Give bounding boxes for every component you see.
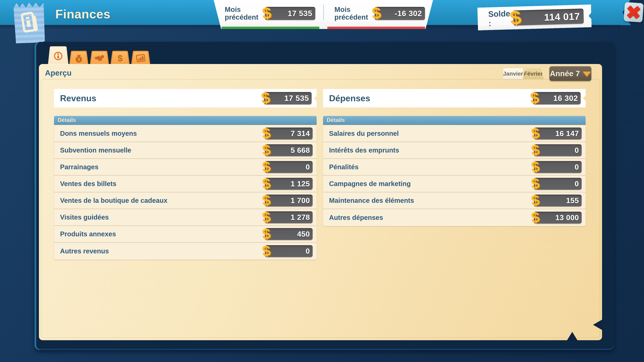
previous-month-income-label: Mois précédent [225, 6, 265, 21]
income-underline [222, 27, 319, 29]
table-row: Visites guidées $1 278 [54, 209, 317, 226]
previous-month-income-pill: $ 17 535 [265, 7, 315, 20]
income-title: Revenus [54, 93, 96, 103]
row-label: Campagnes de marketing [323, 180, 411, 188]
resize-corner-arrow-left-icon[interactable] [593, 320, 602, 330]
resize-corner-arrow-up-icon[interactable] [567, 332, 578, 341]
tab-overview[interactable] [48, 46, 68, 65]
row-value: 1 125 [291, 180, 312, 188]
dollar-icon: $ [262, 243, 271, 259]
tab-pricing-face: $ [112, 52, 129, 64]
income-rows: Dons mensuels moyens $7 314 Subvention m… [54, 125, 317, 260]
row-label: Subvention mensuelle [54, 146, 131, 154]
row-pill: $0 [534, 144, 582, 156]
dollar-icon: $ [262, 192, 271, 208]
month-button-fevrier[interactable]: Février [523, 68, 544, 79]
row-pill: $7 314 [265, 128, 312, 139]
table-row: Autres revenus $0 [54, 243, 317, 260]
row-label: Maintenance des éléments [323, 197, 414, 204]
dollar-icon: $ [531, 125, 540, 141]
row-pill: $1 278 [265, 211, 312, 223]
dollar-icon: $ [115, 53, 125, 63]
dollar-icon: $ [262, 209, 271, 225]
table-row: Ventes des billets $1 125 [54, 176, 317, 192]
previous-month-banner: Mois précédent $ 17 535 Mois précédent $… [214, 0, 433, 29]
close-icon [627, 6, 640, 19]
table-row: Dons mensuels moyens $7 314 [54, 125, 317, 142]
tab-partnerships-face [91, 52, 108, 64]
row-pill: $16 147 [534, 128, 582, 139]
chevron-down-icon [583, 71, 591, 77]
table-row: Ventes de la boutique de cadeaux $1 700 [54, 192, 317, 209]
row-value: 1 700 [291, 196, 312, 205]
row-label: Autres revenus [54, 247, 109, 255]
dollar-icon: $ [262, 176, 271, 191]
expense-total-value: 16 302 [553, 94, 580, 103]
row-value: 0 [306, 163, 312, 171]
svg-text:$: $ [118, 53, 122, 63]
dollar-icon: $ [262, 159, 271, 174]
income-details-header: Détails [54, 116, 317, 125]
previous-month-expense: Mois précédent $ -16 302 [323, 0, 433, 29]
balance-value: 114 017 [544, 10, 584, 23]
row-pill: $1 700 [265, 195, 312, 206]
expense-title: Dépenses [323, 93, 370, 103]
table-row: Maintenance des éléments $155 [323, 192, 586, 209]
month-button-janvier[interactable]: Janvier [503, 68, 523, 79]
tab-statistics-face [132, 52, 149, 64]
balance-pill: $ 114 017 [513, 8, 584, 26]
tab-partnerships[interactable] [90, 51, 109, 64]
tab-income[interactable]: $ [69, 51, 88, 64]
tab-overview-face [49, 47, 68, 65]
dollar-icon: $ [530, 90, 540, 106]
tab-pricing[interactable]: $ [110, 51, 130, 64]
row-value: 1 278 [291, 213, 312, 222]
table-row: Autres dépenses $13 000 [323, 209, 586, 226]
income-total-value: 17 535 [284, 94, 312, 103]
receipt-icon [18, 10, 40, 36]
row-pill: $5 668 [265, 144, 312, 156]
row-label: Autres dépenses [323, 214, 383, 221]
row-value: 5 668 [291, 146, 312, 155]
finances-ticket-icon [14, 2, 45, 43]
table-row: Produits annexes $450 [54, 226, 317, 243]
dollar-icon: $ [531, 176, 540, 191]
dollar-icon: $ [371, 4, 382, 21]
row-pill: $1 125 [265, 178, 312, 190]
year-dropdown[interactable]: Année 7 [550, 66, 591, 81]
expense-details-label: Détails [323, 117, 345, 123]
row-label: Ventes de la boutique de cadeaux [54, 197, 167, 204]
svg-text:$: $ [78, 57, 80, 62]
row-pill: $0 [265, 161, 312, 173]
handshake-icon [94, 53, 105, 63]
income-total-pill: $ 17 535 [264, 92, 312, 104]
income-details-label: Détails [54, 117, 76, 123]
section-title: Aperçu [45, 68, 72, 77]
row-value: 16 147 [555, 129, 582, 138]
tab-statistics[interactable] [131, 51, 150, 64]
row-value: 155 [566, 196, 582, 205]
dollar-icon: $ [262, 226, 271, 242]
row-label: Produits annexes [54, 230, 116, 238]
row-pill: $0 [534, 178, 582, 190]
row-label: Visites guidées [54, 214, 109, 221]
close-button[interactable] [624, 2, 644, 22]
table-row: Parrainages $0 [54, 159, 317, 176]
table-row: Intérêts des emprunts $0 [323, 142, 586, 159]
dollar-icon: $ [262, 125, 271, 141]
table-row: Pénalités $0 [323, 159, 586, 176]
row-value: 13 000 [555, 214, 582, 222]
row-label: Dons mensuels moyens [54, 130, 137, 137]
table-row: Campagnes de marketing $0 [323, 176, 586, 192]
expense-summary-card: Dépenses $ 16 302 [323, 89, 586, 107]
expense-total-pill: $ 16 302 [533, 92, 580, 104]
row-pill: $0 [265, 245, 312, 257]
dollar-icon: $ [262, 142, 271, 158]
income-summary-card: Revenus $ 17 535 [54, 89, 317, 107]
year-dropdown-label: Année 7 [550, 69, 580, 78]
previous-month-income-value: 17 535 [288, 9, 315, 18]
dollar-icon: $ [531, 159, 540, 174]
dollar-icon: $ [531, 192, 540, 208]
previous-month-expense-pill: $ -16 302 [375, 7, 425, 20]
row-value: 7 314 [291, 129, 312, 138]
